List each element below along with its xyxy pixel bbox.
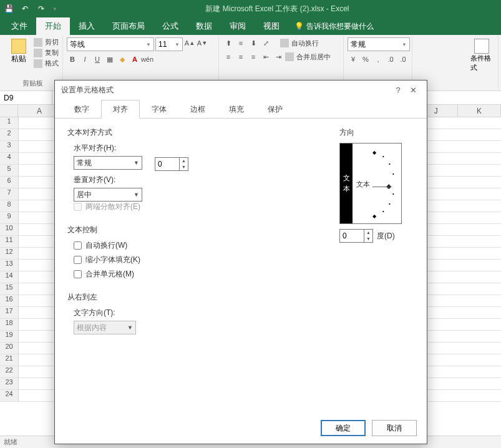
tab-review[interactable]: 审阅: [221, 17, 255, 35]
qat-dropdown-icon[interactable]: ▼: [52, 6, 57, 12]
row-header[interactable]: 22: [0, 366, 19, 377]
tell-me[interactable]: 💡 告诉我你想要做什么: [294, 21, 374, 32]
row-header[interactable]: 7: [0, 188, 19, 200]
spin-down-icon[interactable]: ▼: [364, 236, 372, 242]
increase-font-icon[interactable]: A▲: [184, 37, 195, 49]
textdir-combo[interactable]: 根据内容▼: [74, 321, 136, 334]
row-header[interactable]: 13: [0, 260, 19, 271]
align-top-icon[interactable]: ⬆: [223, 37, 234, 49]
orientation-vertical[interactable]: 文 本: [340, 144, 353, 223]
degrees-spinner[interactable]: ▲▼: [339, 229, 373, 243]
ok-button[interactable]: 确定: [321, 420, 366, 436]
tab-data[interactable]: 数据: [187, 17, 221, 35]
wrap-input[interactable]: [74, 241, 82, 250]
undo-icon[interactable]: ↶: [20, 4, 30, 14]
degrees-input[interactable]: [340, 230, 364, 242]
shrink-checkbox[interactable]: 缩小字体填充(K): [67, 255, 327, 265]
indent-input[interactable]: [155, 158, 179, 170]
row-header[interactable]: 24: [0, 390, 19, 401]
row-header[interactable]: 10: [0, 224, 19, 235]
percent-icon[interactable]: %: [360, 54, 371, 65]
h-align-combo[interactable]: 常规▼: [74, 156, 142, 170]
indent-spinner[interactable]: ▲▼: [155, 157, 188, 171]
tab-home[interactable]: 开始: [36, 17, 70, 35]
wrap-checkbox[interactable]: 自动换行(W): [67, 240, 327, 251]
row-header[interactable]: 1: [0, 117, 19, 129]
merge-center-button[interactable]: 合并后居中: [285, 51, 331, 62]
italic-icon[interactable]: I: [79, 54, 90, 65]
tab-view[interactable]: 视图: [255, 17, 288, 35]
row-header[interactable]: 3: [0, 141, 19, 152]
font-size-combo[interactable]: 11▼: [155, 37, 183, 51]
help-button[interactable]: ?: [391, 85, 406, 95]
row-header[interactable]: 6: [0, 177, 19, 188]
currency-icon[interactable]: ¥: [348, 54, 359, 65]
close-button[interactable]: ✕: [406, 85, 421, 95]
number-format-combo[interactable]: 常规▼: [348, 37, 410, 51]
shrink-input[interactable]: [74, 256, 82, 264]
font-name-combo[interactable]: 等线▼: [67, 37, 154, 51]
align-center-icon[interactable]: ≡: [235, 51, 246, 62]
merge-checkbox[interactable]: 合并单元格(M): [67, 269, 327, 280]
increase-indent-icon[interactable]: ⇥: [273, 51, 284, 62]
save-icon[interactable]: 💾: [4, 4, 14, 14]
dtab-number[interactable]: 数字: [62, 100, 101, 119]
dtab-protection[interactable]: 保护: [256, 100, 294, 119]
fill-color-icon[interactable]: ◆: [117, 54, 128, 65]
underline-icon[interactable]: U: [92, 54, 103, 65]
cancel-button[interactable]: 取消: [372, 420, 417, 436]
increase-decimal-icon[interactable]: .0: [385, 54, 396, 65]
decrease-font-icon[interactable]: A▼: [197, 37, 208, 49]
row-header[interactable]: 15: [0, 283, 19, 295]
cut-button[interactable]: 剪切: [34, 37, 59, 47]
tab-insert[interactable]: 插入: [70, 17, 104, 35]
orientation-control[interactable]: 文 本 文本 ——◆ ◆ • • • • • • ◆: [339, 143, 402, 224]
row-header[interactable]: 8: [0, 200, 19, 212]
dtab-alignment[interactable]: 对齐: [101, 100, 140, 119]
row-header[interactable]: 21: [0, 354, 19, 366]
copy-button[interactable]: 复制: [34, 48, 59, 57]
align-right-icon[interactable]: ≡: [248, 51, 259, 62]
merge-input[interactable]: [74, 270, 82, 278]
row-header[interactable]: 19: [0, 331, 19, 342]
v-align-combo[interactable]: 居中▼: [74, 188, 142, 202]
tab-layout[interactable]: 页面布局: [104, 17, 153, 35]
orientation-icon[interactable]: ⤢: [260, 37, 271, 49]
font-color-icon[interactable]: A: [129, 54, 140, 65]
bold-icon[interactable]: B: [67, 54, 78, 65]
select-all-corner[interactable]: [0, 105, 18, 117]
tab-file[interactable]: 文件: [2, 17, 36, 35]
spin-down-icon[interactable]: ▼: [180, 164, 188, 170]
dtab-border[interactable]: 边框: [178, 100, 217, 119]
comma-icon[interactable]: ,: [372, 54, 384, 65]
redo-icon[interactable]: ↷: [36, 4, 46, 14]
row-header[interactable]: 11: [0, 236, 19, 247]
row-header[interactable]: 14: [0, 271, 19, 283]
spin-up-icon[interactable]: ▲: [180, 158, 188, 164]
row-header[interactable]: 2: [0, 129, 19, 140]
tab-formulas[interactable]: 公式: [153, 17, 187, 35]
row-header[interactable]: 20: [0, 343, 19, 354]
format-painter-button[interactable]: 格式: [34, 59, 59, 68]
paste-button[interactable]: 粘贴: [6, 37, 31, 66]
wrap-text-button[interactable]: 自动换行: [280, 37, 319, 49]
row-header[interactable]: 23: [0, 378, 19, 389]
dtab-fill[interactable]: 填充: [217, 100, 256, 119]
col-header-k[interactable]: K: [458, 105, 501, 117]
align-left-icon[interactable]: ≡: [223, 51, 234, 62]
dtab-font[interactable]: 字体: [140, 100, 178, 119]
decrease-indent-icon[interactable]: ⇤: [260, 51, 271, 62]
orientation-dial[interactable]: 文本 ——◆ ◆ • • • • • • ◆: [353, 144, 401, 223]
border-icon[interactable]: ▦: [104, 54, 115, 65]
align-bottom-icon[interactable]: ⬇: [248, 37, 259, 49]
row-header[interactable]: 12: [0, 248, 19, 259]
conditional-format-button[interactable]: 条件格式: [469, 37, 494, 74]
align-middle-icon[interactable]: ≡: [235, 37, 246, 49]
decrease-decimal-icon[interactable]: .0: [397, 54, 409, 65]
spin-up-icon[interactable]: ▲: [364, 230, 372, 236]
row-header[interactable]: 9: [0, 212, 19, 223]
row-header[interactable]: 5: [0, 165, 19, 176]
row-header[interactable]: 18: [0, 319, 19, 330]
row-header[interactable]: 4: [0, 153, 19, 164]
phonetic-icon[interactable]: wén: [142, 54, 153, 65]
